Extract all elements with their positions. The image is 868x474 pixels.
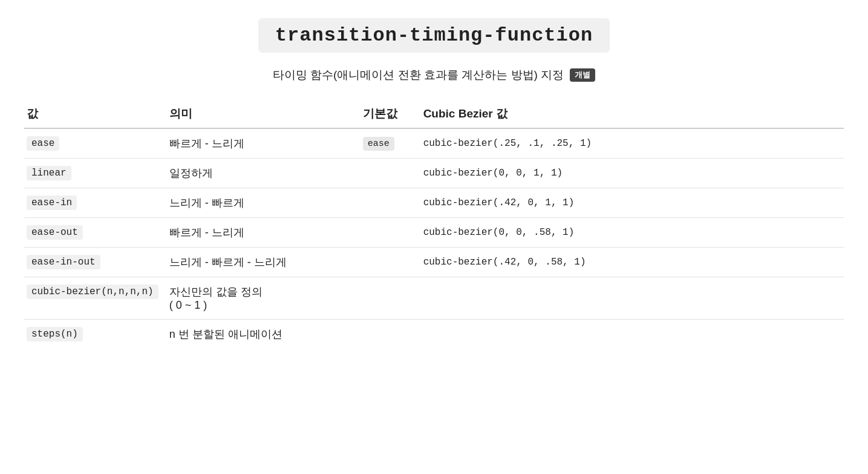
header-bezier: Cubic Bezier 값 — [421, 100, 844, 128]
cell-default — [361, 248, 421, 277]
bezier-code: cubic-bezier(.42, 0, 1, 1) — [423, 197, 575, 208]
cell-value: ease — [24, 128, 167, 159]
meaning-text: ( 0 ~ 1 ) — [169, 299, 207, 311]
cell-meaning: 빠르게 - 느리게 — [167, 128, 361, 159]
header-value: 값 — [24, 100, 167, 128]
cell-bezier — [421, 320, 844, 349]
cell-meaning: 빠르게 - 느리게 — [167, 218, 361, 248]
cell-meaning: 자신만의 값을 정의( 0 ~ 1 ) — [167, 277, 361, 320]
table-header-row: 값 의미 기본값 Cubic Bezier 값 — [24, 100, 844, 128]
cell-meaning: 일정하게 — [167, 159, 361, 188]
value-code: ease — [27, 136, 59, 151]
cell-value: steps(n) — [24, 320, 167, 349]
subtitle-row: 타이밍 함수(애니메이션 전환 효과를 계산하는 방법) 지정 개별 — [24, 67, 844, 83]
value-code: steps(n) — [27, 327, 83, 341]
table-row: ease-in느리게 - 빠르게cubic-bezier(.42, 0, 1, … — [24, 188, 844, 218]
cell-meaning: n 번 분할된 애니메이션 — [167, 320, 361, 349]
header-meaning: 의미 — [167, 100, 361, 128]
cell-default: ease — [361, 128, 421, 159]
cell-default — [361, 188, 421, 218]
meaning-text: 일정하게 — [169, 167, 213, 179]
cell-bezier: cubic-bezier(.25, .1, .25, 1) — [421, 128, 844, 159]
table-row: ease빠르게 - 느리게easecubic-bezier(.25, .1, .… — [24, 128, 844, 159]
table-row: linear일정하게cubic-bezier(0, 0, 1, 1) — [24, 159, 844, 188]
meaning-text: 빠르게 - 느리게 — [169, 137, 244, 150]
value-code: ease-in — [27, 196, 77, 210]
cell-value: ease-in — [24, 188, 167, 218]
meaning-text: 자신만의 값을 정의 — [169, 286, 263, 298]
value-code: linear — [27, 166, 71, 180]
bezier-code: cubic-bezier(.25, .1, .25, 1) — [423, 138, 592, 149]
meaning-text: 느리게 - 빠르게 — [169, 197, 244, 209]
cell-default — [361, 159, 421, 188]
page-title: transition-timing-function — [275, 24, 593, 47]
meaning-text: 느리게 - 빠르게 - 느리게 — [169, 256, 287, 268]
table-row: ease-out빠르게 - 느리게cubic-bezier(0, 0, .58,… — [24, 218, 844, 248]
timing-function-table: 값 의미 기본값 Cubic Bezier 값 ease빠르게 - 느리게eas… — [24, 100, 844, 349]
bezier-code: cubic-bezier(.42, 0, .58, 1) — [423, 257, 586, 268]
cell-meaning: 느리게 - 빠르게 — [167, 188, 361, 218]
badge-individual: 개별 — [570, 68, 595, 82]
cell-value: ease-out — [24, 218, 167, 248]
cell-default — [361, 218, 421, 248]
cell-value: cubic-bezier(n,n,n,n) — [24, 277, 167, 320]
title-section: transition-timing-function — [24, 18, 844, 53]
table-row: ease-in-out느리게 - 빠르게 - 느리게cubic-bezier(.… — [24, 248, 844, 277]
cell-bezier: cubic-bezier(.42, 0, 1, 1) — [421, 188, 844, 218]
meaning-text: 빠르게 - 느리게 — [169, 226, 244, 239]
table-row: cubic-bezier(n,n,n,n)자신만의 값을 정의( 0 ~ 1 ) — [24, 277, 844, 320]
value-code: cubic-bezier(n,n,n,n) — [27, 285, 158, 299]
cell-default — [361, 277, 421, 320]
cell-bezier: cubic-bezier(0, 0, .58, 1) — [421, 218, 844, 248]
cell-value: ease-in-out — [24, 248, 167, 277]
cell-meaning: 느리게 - 빠르게 - 느리게 — [167, 248, 361, 277]
header-default: 기본값 — [361, 100, 421, 128]
table-row: steps(n)n 번 분할된 애니메이션 — [24, 320, 844, 349]
title-box: transition-timing-function — [258, 18, 610, 53]
cell-bezier: cubic-bezier(.42, 0, .58, 1) — [421, 248, 844, 277]
subtitle-text: 타이밍 함수(애니메이션 전환 효과를 계산하는 방법) 지정 — [273, 67, 564, 83]
cell-value: linear — [24, 159, 167, 188]
cell-default — [361, 320, 421, 349]
bezier-code: cubic-bezier(0, 0, 1, 1) — [423, 168, 563, 179]
cell-bezier — [421, 277, 844, 320]
meaning-text: n 번 분할된 애니메이션 — [169, 328, 282, 340]
cell-bezier: cubic-bezier(0, 0, 1, 1) — [421, 159, 844, 188]
value-code: ease-in-out — [27, 255, 100, 269]
bezier-code: cubic-bezier(0, 0, .58, 1) — [423, 227, 575, 238]
value-code: ease-out — [27, 225, 83, 240]
default-value: ease — [363, 137, 394, 151]
